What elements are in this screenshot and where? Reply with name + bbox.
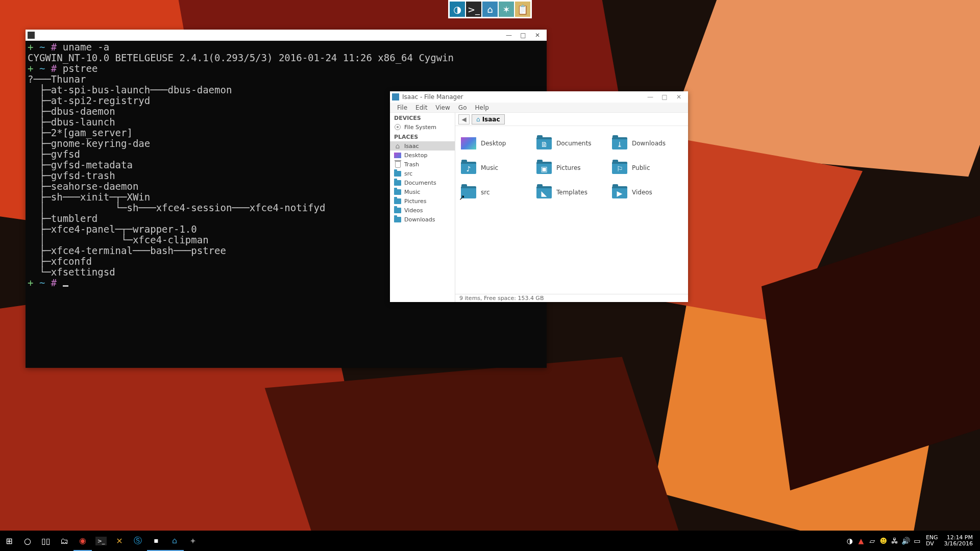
taskbar-chrome[interactable]: ◉ bbox=[74, 531, 92, 551]
item-downloads[interactable]: ⤓ Downloads bbox=[609, 131, 685, 156]
folder-icon bbox=[394, 207, 401, 214]
folder-icon bbox=[394, 216, 401, 223]
tray-network-icon[interactable]: 🖧 bbox=[889, 531, 900, 551]
folder-icon: ▣ bbox=[536, 160, 552, 176]
item-templates[interactable]: ◣ Templates bbox=[534, 180, 609, 205]
folder-icon bbox=[394, 197, 401, 205]
item-pictures[interactable]: ▣ Pictures bbox=[534, 156, 609, 180]
fm-iconview[interactable]: Desktop 🗎 Documents ⤓ Downloads ♪ Music … bbox=[455, 126, 688, 294]
folder-icon bbox=[394, 188, 401, 195]
top-panel: ◑ >_ ⌂ ✶ 📋 bbox=[448, 0, 532, 18]
taskbar-cmd[interactable]: >_ bbox=[92, 531, 110, 551]
fm-titlebar[interactable]: Isaac - File Manager — □ ✕ bbox=[390, 91, 688, 103]
minimize-button[interactable]: — bbox=[502, 30, 516, 40]
item-music[interactable]: ♪ Music bbox=[458, 156, 534, 180]
folder-icon: ♪ bbox=[460, 160, 477, 176]
launcher-pidgin[interactable]: ◑ bbox=[450, 2, 465, 17]
sidebar-item-music[interactable]: Music bbox=[390, 187, 455, 196]
fm-menubar: File Edit View Go Help bbox=[390, 103, 688, 113]
taskview-button[interactable]: ▯▯ bbox=[37, 531, 55, 551]
item-videos[interactable]: ▶ Videos bbox=[609, 180, 685, 205]
close-button[interactable]: ✕ bbox=[672, 92, 686, 102]
folder-icon bbox=[394, 179, 401, 186]
home-icon: ⌂ bbox=[394, 142, 401, 149]
launcher-terminal[interactable]: >_ bbox=[466, 2, 481, 17]
fm-title: Isaac - File Manager bbox=[402, 93, 643, 101]
sidebar-header-devices: DEVICES bbox=[390, 113, 455, 122]
maximize-button[interactable]: □ bbox=[657, 92, 672, 102]
terminal-icon bbox=[28, 32, 35, 39]
menu-view[interactable]: View bbox=[431, 103, 454, 112]
sidebar-item-videos[interactable]: Videos bbox=[390, 206, 455, 215]
folder-link-icon: ↗ bbox=[460, 184, 477, 201]
folder-icon: ▶ bbox=[611, 184, 628, 201]
folder-icon: ⚐ bbox=[611, 160, 628, 176]
sidebar-item-desktop[interactable]: Desktop bbox=[390, 151, 455, 160]
terminal-titlebar[interactable]: — □ ✕ bbox=[26, 30, 547, 41]
launcher-clipman[interactable]: 📋 bbox=[515, 2, 530, 17]
tray-icon[interactable]: ▲ bbox=[855, 531, 867, 551]
item-documents[interactable]: 🗎 Documents bbox=[534, 131, 609, 156]
sidebar-item-trash[interactable]: Trash bbox=[390, 160, 455, 169]
launcher-browser[interactable]: ✶ bbox=[499, 2, 514, 17]
taskbar-xming[interactable]: ✕ bbox=[110, 531, 129, 551]
taskbar-app[interactable]: ✦ bbox=[184, 531, 202, 551]
fm-statusbar: 9 items, Free space: 153.4 GB bbox=[455, 294, 688, 302]
cursor-icon bbox=[63, 285, 68, 287]
sidebar-item-pictures[interactable]: Pictures bbox=[390, 196, 455, 206]
fm-pathbar: ◀ ⌂ Isaac bbox=[455, 113, 688, 126]
folder-icon: ◣ bbox=[536, 184, 552, 201]
item-desktop[interactable]: Desktop bbox=[458, 131, 534, 156]
sidebar-item-filesystem[interactable]: File System bbox=[390, 122, 455, 132]
close-button[interactable]: ✕ bbox=[530, 30, 545, 40]
start-button[interactable]: ⊞ bbox=[0, 531, 18, 551]
tray-icon[interactable]: ◑ bbox=[844, 531, 855, 551]
tray-icon[interactable]: ☻ bbox=[878, 531, 889, 551]
taskbar-skype[interactable]: Ⓢ bbox=[129, 531, 147, 551]
folder-icon: 🗎 bbox=[536, 135, 552, 152]
path-back-button[interactable]: ◀ bbox=[458, 114, 470, 124]
menu-help[interactable]: Help bbox=[471, 103, 493, 112]
taskbar-terminal[interactable]: ▪ bbox=[147, 531, 165, 551]
desktop-icon bbox=[394, 152, 401, 159]
tray-clock[interactable]: 12:14 PM 3/16/2016 bbox=[941, 535, 978, 547]
tray-volume-icon[interactable]: 🔊 bbox=[900, 531, 912, 551]
sidebar-item-downloads[interactable]: Downloads bbox=[390, 215, 455, 224]
file-manager-window: Isaac - File Manager — □ ✕ File Edit Vie… bbox=[390, 91, 688, 302]
sidebar-item-src[interactable]: src bbox=[390, 169, 455, 178]
menu-file[interactable]: File bbox=[393, 103, 411, 112]
sidebar-item-documents[interactable]: Documents bbox=[390, 178, 455, 187]
sidebar-header-places: PLACES bbox=[390, 132, 455, 141]
launcher-filemanager[interactable]: ⌂ bbox=[482, 2, 498, 17]
trash-icon bbox=[394, 161, 401, 168]
tray-icon[interactable]: ▱ bbox=[867, 531, 878, 551]
maximize-button[interactable]: □ bbox=[516, 30, 530, 40]
desktop-icon bbox=[460, 135, 477, 152]
tray-language[interactable]: ENG DV bbox=[923, 535, 941, 547]
item-src[interactable]: ↗ src bbox=[458, 180, 534, 205]
home-icon: ⌂ bbox=[476, 116, 480, 123]
taskbar-thunar[interactable]: ⌂ bbox=[165, 531, 184, 551]
fm-sidebar: DEVICES File System PLACES ⌂ Isaac Deskt… bbox=[390, 113, 455, 302]
sidebar-item-isaac[interactable]: ⌂ Isaac bbox=[390, 141, 455, 151]
menu-edit[interactable]: Edit bbox=[411, 103, 431, 112]
disk-icon bbox=[394, 123, 401, 131]
taskbar-explorer[interactable]: 🗂 bbox=[55, 531, 74, 551]
minimize-button[interactable]: — bbox=[643, 92, 657, 102]
taskbar: ⊞ ○ ▯▯ 🗂 ◉ >_ ✕ Ⓢ ▪ ⌂ ✦ ◑ ▲ ▱ ☻ 🖧 🔊 ▭ EN… bbox=[0, 531, 980, 551]
fm-app-icon bbox=[392, 93, 399, 101]
folder-icon bbox=[394, 170, 401, 177]
path-crumb-isaac[interactable]: ⌂ Isaac bbox=[472, 114, 505, 124]
menu-go[interactable]: Go bbox=[454, 103, 471, 112]
item-public[interactable]: ⚐ Public bbox=[609, 156, 685, 180]
cortana-button[interactable]: ○ bbox=[18, 531, 37, 551]
tray-notifications-icon[interactable]: ▭ bbox=[912, 531, 923, 551]
folder-icon: ⤓ bbox=[611, 135, 628, 152]
